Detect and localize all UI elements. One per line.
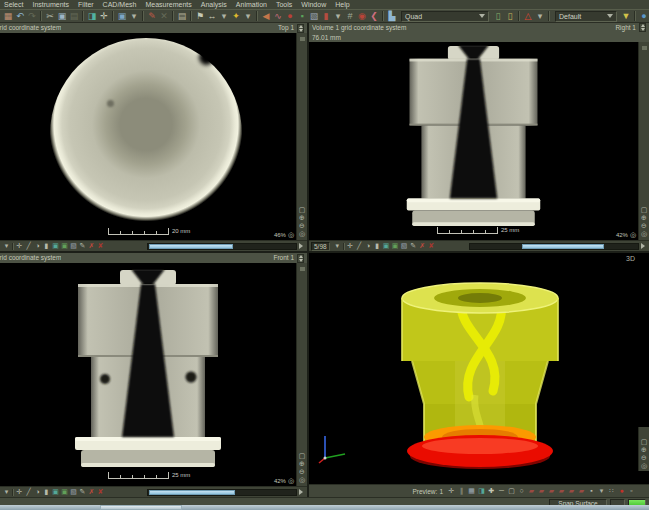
slice-scrollbar[interactable] xyxy=(469,243,639,250)
eraser-red-icon[interactable]: ✘ xyxy=(96,487,105,497)
small-box-icon[interactable]: ▪ xyxy=(587,486,596,496)
scrollbar-thumb[interactable] xyxy=(149,244,233,249)
report-icon[interactable]: ▤ xyxy=(176,10,188,22)
render-canvas-3d[interactable]: 3D xyxy=(309,253,649,484)
annotate-icon[interactable]: ✎ xyxy=(78,241,87,251)
lightbox-icon[interactable]: ▢ xyxy=(507,486,516,496)
clipbox-icon[interactable]: ▧ xyxy=(308,10,320,22)
dropdown-caret-icon[interactable]: ▾ xyxy=(597,486,606,496)
mask-green-icon[interactable]: ▣ xyxy=(60,487,69,497)
slice-canvas-top[interactable]: 20 mm 46% ◎ ▢⊕⊖◎ xyxy=(0,33,307,240)
thickness-icon[interactable]: ▮ xyxy=(42,241,51,251)
volume-tool-icon[interactable]: ▣ xyxy=(116,10,128,22)
rotate-slice-icon[interactable]: ◑ xyxy=(364,241,373,251)
dropdown-caret-icon[interactable]: ▾ xyxy=(2,487,11,497)
zoom-in-icon[interactable]: ⊕ xyxy=(297,214,308,222)
bookmark-icon[interactable]: ▰ xyxy=(547,486,556,496)
zoom-out-icon[interactable]: ─ xyxy=(497,486,506,496)
register-slice-icon[interactable]: ▣ xyxy=(382,241,391,251)
scene-icon[interactable]: ▦ xyxy=(2,10,14,22)
eraser-red-icon[interactable]: ✘ xyxy=(96,241,105,251)
scrollbar-thumb[interactable] xyxy=(149,490,235,495)
register-slice-icon[interactable]: ▣ xyxy=(51,241,60,251)
zoom-in-icon[interactable]: ✚ xyxy=(487,486,496,496)
zoom-out-icon[interactable]: ⊖ xyxy=(297,468,308,476)
mask-green-icon[interactable]: ▣ xyxy=(391,241,400,251)
zoom-in-icon[interactable]: ⊕ xyxy=(639,214,649,222)
scrollbar-dot[interactable] xyxy=(300,37,305,41)
zoom-tool-icon[interactable]: ◎ xyxy=(639,230,649,238)
compare-icon[interactable]: ❮ xyxy=(368,10,380,22)
register-object-icon[interactable]: ◨ xyxy=(86,10,98,22)
marker-red-icon[interactable]: ✗ xyxy=(87,241,96,251)
bookmark-icon[interactable]: ▰ xyxy=(527,486,536,496)
overlay-icon[interactable]: ▧ xyxy=(400,241,409,251)
bookmark-icon[interactable]: ▰ xyxy=(537,486,546,496)
bottom-scrollbar[interactable] xyxy=(0,505,649,510)
menu-item[interactable]: Help xyxy=(335,1,349,8)
wizard-icon[interactable]: ✦ xyxy=(230,10,242,22)
dropdown-caret-icon[interactable]: ▾ xyxy=(534,10,546,22)
sound-icon[interactable]: ◀ xyxy=(260,10,272,22)
line-tool-icon[interactable]: ╱ xyxy=(355,241,364,251)
slice-canvas-front[interactable]: 25 mm 42% ◎ ▢⊕⊖◎ xyxy=(0,263,307,486)
thermometer-icon[interactable]: ▮ xyxy=(320,10,332,22)
menu-item[interactable]: Measurements xyxy=(145,1,191,8)
dropdown-caret-icon[interactable]: ▾ xyxy=(2,241,11,251)
marker-red-icon[interactable]: ✗ xyxy=(418,241,427,251)
warning-icon[interactable]: △ xyxy=(522,10,534,22)
slice-scrollbar[interactable] xyxy=(147,243,297,250)
fit-view-icon[interactable]: ▢ xyxy=(639,206,649,214)
pointer-icon[interactable]: ✛ xyxy=(15,241,24,251)
bookmark-icon[interactable]: ▰ xyxy=(557,486,566,496)
dropdown-caret-icon[interactable]: ▾ xyxy=(218,10,230,22)
line-tool-icon[interactable]: ╱ xyxy=(24,487,33,497)
pointer-icon[interactable]: ✛ xyxy=(15,487,24,497)
info-icon[interactable]: ● xyxy=(638,10,649,22)
annotate-icon[interactable]: ✎ xyxy=(78,487,87,497)
distance-icon[interactable]: ↔ xyxy=(206,10,218,22)
view-spinner[interactable] xyxy=(297,24,304,33)
dots-icon[interactable]: ∷ xyxy=(607,486,616,496)
view-spinner[interactable] xyxy=(297,254,304,263)
rotate-slice-icon[interactable]: ◑ xyxy=(33,487,42,497)
rotate-slice-icon[interactable]: ◑ xyxy=(33,241,42,251)
pointer-icon[interactable]: ✛ xyxy=(346,241,355,251)
zoom-in-icon[interactable]: ⊕ xyxy=(639,446,649,454)
save-view-icon[interactable]: ▯ xyxy=(492,10,504,22)
bookmark-icon[interactable]: ▰ xyxy=(567,486,576,496)
bottom-scrollbar-thumb[interactable] xyxy=(100,505,182,510)
load-view-icon[interactable]: ▯ xyxy=(504,10,516,22)
overlay-icon[interactable]: ▧ xyxy=(69,487,78,497)
redo-icon[interactable]: ↷ xyxy=(26,10,38,22)
draw-measure-icon[interactable]: ✎ xyxy=(146,10,158,22)
slice-canvas-right[interactable]: 25 mm 42% ◎ ▢⊕⊖◎ xyxy=(309,42,649,240)
register-slice-icon[interactable]: ▣ xyxy=(51,487,60,497)
preset-dropdown[interactable]: Default xyxy=(555,11,617,22)
view-spinner[interactable] xyxy=(639,23,646,32)
delete-measure-icon[interactable]: ✕ xyxy=(158,10,170,22)
menu-item[interactable]: Select xyxy=(4,1,23,8)
flag-icon[interactable]: ⚑ xyxy=(194,10,206,22)
fit-view-icon[interactable]: ▢ xyxy=(297,452,308,460)
scrollbar-dot[interactable] xyxy=(642,46,647,50)
register-3d-icon[interactable]: ◨ xyxy=(477,486,486,496)
dropdown-caret-icon[interactable]: ▾ xyxy=(332,10,344,22)
menu-item[interactable]: Animation xyxy=(236,1,267,8)
record-icon[interactable]: ● xyxy=(617,486,626,496)
point-marker-icon[interactable]: ● xyxy=(284,10,296,22)
zoom-tool-icon[interactable]: ◎ xyxy=(297,230,308,238)
menu-item[interactable]: Analysis xyxy=(201,1,227,8)
paste-icon[interactable]: ▤ xyxy=(68,10,80,22)
zoom-tool-icon[interactable]: ◎ xyxy=(297,476,308,484)
slice-scrollbar[interactable] xyxy=(147,489,297,496)
scroll-arrow-icon[interactable] xyxy=(297,488,305,497)
marker-red-icon[interactable]: ✗ xyxy=(87,487,96,497)
mask-green-icon[interactable]: ▣ xyxy=(60,241,69,251)
hotspot-icon[interactable]: ◉ xyxy=(356,10,368,22)
menu-item[interactable]: Window xyxy=(301,1,326,8)
undo-icon[interactable]: ↶ xyxy=(14,10,26,22)
eraser-red-icon[interactable]: ✘ xyxy=(427,241,436,251)
stereo-icon[interactable]: ∥ xyxy=(457,486,466,496)
scroll-arrow-icon[interactable] xyxy=(297,242,305,251)
